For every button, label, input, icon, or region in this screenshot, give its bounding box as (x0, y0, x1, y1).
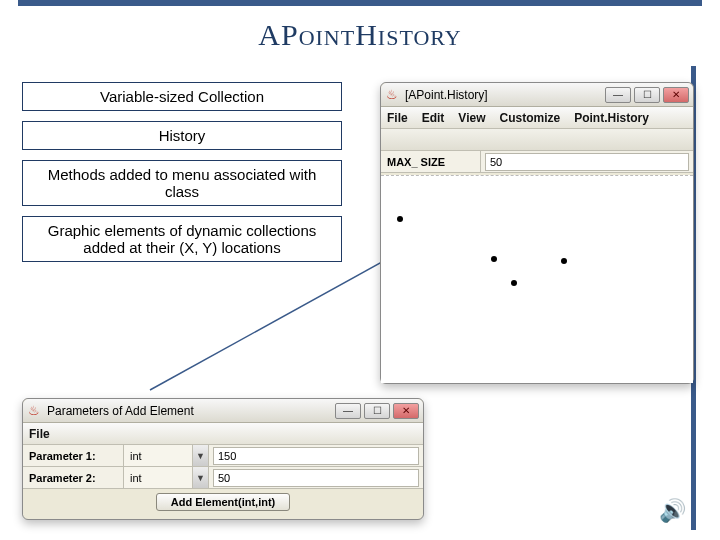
maxsize-label: MAX_ SIZE (381, 151, 481, 172)
param2-input[interactable]: 50 (213, 469, 419, 487)
callout-list: Variable-sized Collection History Method… (22, 82, 342, 272)
minimize-button[interactable]: — (605, 87, 631, 103)
params-menubar: File (23, 423, 423, 445)
param2-row: Parameter 2: int ▼ 50 (23, 467, 423, 489)
param1-row: Parameter 1: int ▼ 150 (23, 445, 423, 467)
points-canvas[interactable] (381, 175, 693, 383)
main-titlebar[interactable]: ♨ [APoint.History] — ☐ ✕ (381, 83, 693, 107)
menu-pointhistory[interactable]: Point.History (574, 111, 649, 125)
add-element-button[interactable]: Add Element(int,int) (156, 493, 291, 511)
param1-type-dropdown[interactable]: ▼ (193, 445, 209, 466)
params-titlebar[interactable]: ♨ Parameters of Add Element — ☐ ✕ (23, 399, 423, 423)
main-toolbar (381, 129, 693, 151)
menu-file[interactable]: File (387, 111, 408, 125)
point-dot (561, 258, 567, 264)
menu-customize[interactable]: Customize (499, 111, 560, 125)
callout-graphic: Graphic elements of dynamic collections … (22, 216, 342, 262)
menu-edit[interactable]: Edit (422, 111, 445, 125)
close-button[interactable]: ✕ (393, 403, 419, 419)
main-menubar: File Edit View Customize Point.History (381, 107, 693, 129)
callout-variable-sized: Variable-sized Collection (22, 82, 342, 111)
param2-type-dropdown[interactable]: ▼ (193, 467, 209, 488)
point-dot (397, 216, 403, 222)
main-window: ♨ [APoint.History] — ☐ ✕ File Edit View … (380, 82, 694, 384)
params-window: ♨ Parameters of Add Element — ☐ ✕ File P… (22, 398, 424, 520)
param2-type: int (123, 467, 193, 488)
params-window-title: Parameters of Add Element (47, 404, 335, 418)
param1-type: int (123, 445, 193, 466)
callout-methods: Methods added to menu associated with cl… (22, 160, 342, 206)
maximize-button[interactable]: ☐ (634, 87, 660, 103)
maxsize-input[interactable]: 50 (485, 153, 689, 171)
param1-label: Parameter 1: (23, 450, 123, 462)
callout-history: History (22, 121, 342, 150)
params-action-row: Add Element(int,int) (23, 489, 423, 515)
close-button[interactable]: ✕ (663, 87, 689, 103)
maximize-button[interactable]: ☐ (364, 403, 390, 419)
java-icon: ♨ (385, 88, 399, 102)
param1-input[interactable]: 150 (213, 447, 419, 465)
maxsize-row: MAX_ SIZE 50 (381, 151, 693, 173)
slide-title: APOINTHISTORY (0, 18, 720, 52)
speaker-icon[interactable]: 🔊 (659, 498, 686, 524)
slide-top-border (18, 0, 702, 6)
java-icon: ♨ (27, 404, 41, 418)
point-dot (511, 280, 517, 286)
point-dot (491, 256, 497, 262)
menu-view[interactable]: View (458, 111, 485, 125)
main-window-title: [APoint.History] (405, 88, 605, 102)
menu-file[interactable]: File (29, 427, 50, 441)
param2-label: Parameter 2: (23, 472, 123, 484)
minimize-button[interactable]: — (335, 403, 361, 419)
